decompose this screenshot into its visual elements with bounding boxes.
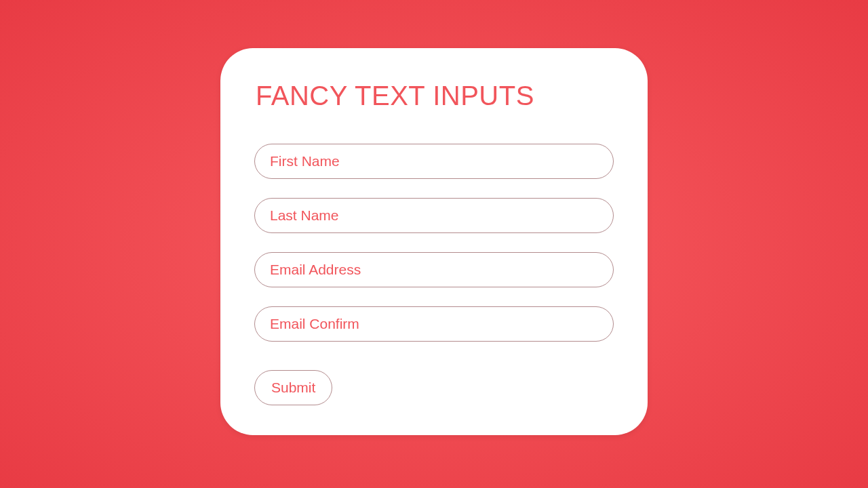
first-name-field[interactable] [254, 144, 614, 179]
email-address-field[interactable] [254, 252, 614, 287]
submit-button[interactable]: Submit [254, 370, 332, 405]
last-name-field[interactable] [254, 198, 614, 233]
email-confirm-field[interactable] [254, 306, 614, 342]
form-title: FANCY TEXT INPUTS [256, 81, 614, 111]
form-card: FANCY TEXT INPUTS Submit [220, 48, 648, 435]
